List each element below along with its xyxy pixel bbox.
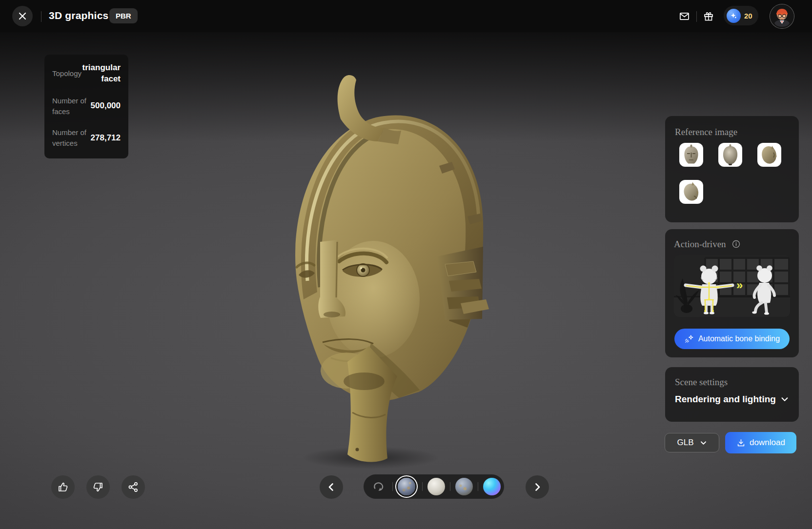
download-icon <box>736 438 746 448</box>
model-golden-head <box>273 70 498 468</box>
like-button[interactable] <box>51 475 75 499</box>
rewards-button[interactable] <box>702 9 715 23</box>
page-title: 3D graphics <box>49 10 108 21</box>
messages-button[interactable] <box>677 9 691 23</box>
reference-thumb-left-side[interactable] <box>679 180 703 204</box>
material-option-normal-gradient[interactable] <box>483 478 501 495</box>
stat-row-faces: Number of faces 500,000 <box>52 96 121 117</box>
avatar-illustration <box>770 4 794 28</box>
download-button[interactable]: download <box>725 432 796 453</box>
gift-icon <box>703 10 714 22</box>
rendering-lighting-label: Rendering and lighting <box>675 394 776 405</box>
share-button[interactable] <box>122 475 145 499</box>
scene-settings-title: Scene settings <box>675 377 789 388</box>
reference-thumb-right-side[interactable] <box>757 143 781 167</box>
credits-badge[interactable]: 20 <box>724 6 758 25</box>
magic-star-icon <box>684 334 694 344</box>
thumbs-down-icon <box>92 481 104 493</box>
pbr-badge: PBR <box>109 8 138 23</box>
rendering-lighting-dropdown[interactable]: Rendering and lighting <box>675 394 789 405</box>
action-driven-panel: Action-driven <box>665 229 799 357</box>
close-button[interactable] <box>12 6 33 26</box>
transform-arrows: » <box>736 279 742 291</box>
material-option-stone-planet[interactable] <box>455 478 473 495</box>
divider <box>422 482 423 491</box>
app-window: 3D graphics PBR 20 <box>0 0 812 529</box>
material-option-textured-planet[interactable] <box>398 478 415 495</box>
reference-image-panel: Reference image <box>665 116 799 222</box>
stat-row-vertices: Number of vertices 278,712 <box>52 127 121 149</box>
model-stats-panel: Topology triangular facet Number of face… <box>44 55 128 158</box>
user-avatar[interactable] <box>770 4 794 29</box>
divider <box>392 482 393 491</box>
thumbs-up-icon <box>57 481 69 493</box>
mail-icon <box>679 11 690 22</box>
close-icon <box>18 12 27 20</box>
reference-image-title: Reference image <box>675 127 789 137</box>
material-toolbar <box>364 474 504 499</box>
stat-label: Number of faces <box>52 96 88 117</box>
format-label: GLB <box>677 438 693 448</box>
previous-view-button[interactable] <box>320 475 343 499</box>
material-option-matte-white[interactable] <box>427 478 445 495</box>
stat-value: triangular facet <box>82 62 121 85</box>
chevron-down-icon <box>700 439 707 447</box>
download-label: download <box>750 438 785 448</box>
divider <box>41 11 41 22</box>
credit-coin-icon <box>727 9 741 23</box>
chevron-right-icon <box>532 482 542 492</box>
stat-label: Number of vertices <box>52 127 88 149</box>
rotate-view-button[interactable] <box>372 480 385 493</box>
stat-value: 500,000 <box>88 100 121 112</box>
dislike-button[interactable] <box>86 475 110 499</box>
next-view-button[interactable] <box>526 475 549 499</box>
divider <box>450 482 450 491</box>
scene-settings-panel: Scene settings Rendering and lighting <box>665 367 799 422</box>
divider <box>696 11 697 22</box>
reference-thumb-front[interactable] <box>679 143 703 167</box>
info-icon[interactable] <box>732 240 740 250</box>
format-select[interactable]: GLB <box>665 433 719 452</box>
action-driven-title: Action-driven <box>674 239 726 249</box>
bone-binding-label: Automatic bone binding <box>698 334 780 343</box>
reference-thumbnails <box>679 143 792 204</box>
reference-thumb-back[interactable] <box>718 143 742 167</box>
stat-row-topology: Topology triangular facet <box>52 62 121 85</box>
share-icon <box>127 481 139 493</box>
credit-count: 20 <box>744 12 752 20</box>
orbit-rotate-icon <box>372 480 385 493</box>
rigging-preview-image: » <box>674 255 790 317</box>
stat-value: 278,712 <box>88 133 121 144</box>
chevron-left-icon <box>326 482 336 492</box>
divider <box>478 482 478 491</box>
top-bar: 3D graphics PBR 20 <box>0 0 812 32</box>
stat-label: Topology <box>52 68 82 79</box>
automatic-bone-binding-button[interactable]: Automatic bone binding <box>674 329 790 349</box>
chevron-down-icon <box>780 395 789 404</box>
